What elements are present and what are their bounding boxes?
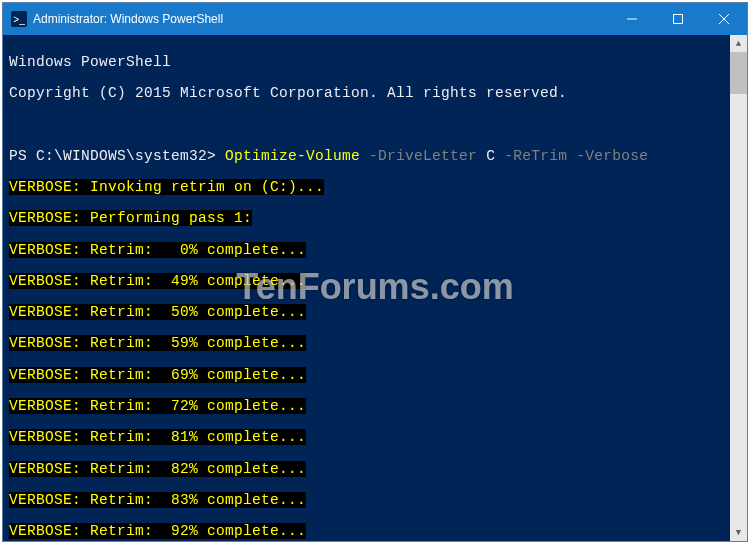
verbose-line: VERBOSE: Retrim: 50% complete... — [9, 304, 306, 320]
verbose-line: VERBOSE: Retrim: 83% complete... — [9, 492, 306, 508]
powershell-window: >_ Administrator: Windows PowerShell Win… — [2, 2, 748, 542]
header-line-2: Copyright (C) 2015 Microsoft Corporation… — [9, 86, 741, 102]
verbose-line: VERBOSE: Retrim: 59% complete... — [9, 335, 306, 351]
param-driveletter: -DriveLetter — [369, 148, 477, 164]
vertical-scrollbar[interactable]: ▲ ▼ — [730, 35, 747, 541]
verbose-line: VERBOSE: Retrim: 81% complete... — [9, 429, 306, 445]
verbose-line: VERBOSE: Retrim: 92% complete... — [9, 523, 306, 539]
close-button[interactable] — [701, 3, 747, 35]
window-controls — [609, 3, 747, 35]
command-name: Optimize-Volume — [225, 148, 360, 164]
verbose-line: VERBOSE: Invoking retrim on (C:)... — [9, 179, 324, 195]
titlebar[interactable]: >_ Administrator: Windows PowerShell — [3, 3, 747, 35]
minimize-button[interactable] — [609, 3, 655, 35]
maximize-icon — [673, 14, 683, 24]
command-line: PS C:\WINDOWS\system32> Optimize-Volume … — [9, 149, 741, 165]
verbose-line: VERBOSE: Retrim: 82% complete... — [9, 461, 306, 477]
window-title: Administrator: Windows PowerShell — [33, 12, 609, 26]
verbose-line: VERBOSE: Retrim: 69% complete... — [9, 367, 306, 383]
scrollbar-down-button[interactable]: ▼ — [730, 524, 747, 541]
minimize-icon — [627, 14, 637, 24]
value-c: C — [486, 148, 495, 164]
scrollbar-up-button[interactable]: ▲ — [730, 35, 747, 52]
header-line-1: Windows PowerShell — [9, 55, 741, 71]
svg-rect-1 — [674, 15, 683, 24]
verbose-line: VERBOSE: Retrim: 0% complete... — [9, 242, 306, 258]
verbose-line: VERBOSE: Performing pass 1: — [9, 210, 252, 226]
terminal-output[interactable]: Windows PowerShell Copyright (C) 2015 Mi… — [3, 35, 747, 544]
prompt-text: PS C:\WINDOWS\system32> — [9, 148, 225, 164]
close-icon — [719, 14, 729, 24]
powershell-icon: >_ — [11, 11, 27, 27]
verbose-line: VERBOSE: Retrim: 72% complete... — [9, 398, 306, 414]
param-verbose: -Verbose — [576, 148, 648, 164]
blank-line — [9, 117, 741, 133]
param-retrim: -ReTrim — [504, 148, 567, 164]
verbose-line: VERBOSE: Retrim: 49% complete... — [9, 273, 306, 289]
maximize-button[interactable] — [655, 3, 701, 35]
scrollbar-thumb[interactable] — [730, 52, 747, 94]
